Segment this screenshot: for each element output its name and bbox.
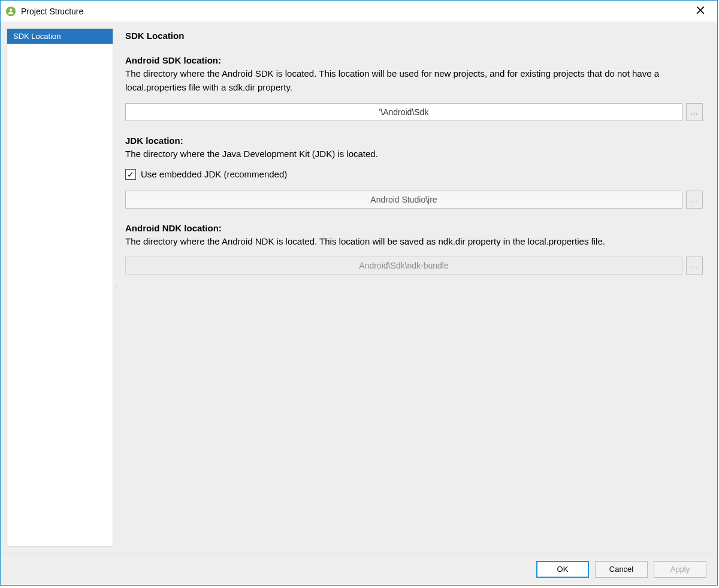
titlebar: Project Structure bbox=[1, 1, 717, 22]
ndk-browse-button[interactable]: ... bbox=[686, 257, 703, 275]
ndk-location-input[interactable] bbox=[125, 257, 682, 275]
ok-button-label: OK bbox=[557, 565, 569, 574]
sdk-location-header: Android SDK location: bbox=[125, 55, 703, 65]
cancel-button[interactable]: Cancel bbox=[595, 561, 648, 578]
jdk-browse-button[interactable]: ... bbox=[686, 191, 703, 209]
sidebar: SDK Location bbox=[7, 28, 113, 547]
ndk-location-header: Android NDK location: bbox=[125, 223, 703, 233]
ok-button[interactable]: OK bbox=[536, 561, 589, 578]
use-embedded-jdk-checkbox[interactable]: ✓ bbox=[125, 169, 136, 180]
svg-point-1 bbox=[10, 8, 13, 11]
jdk-location-input[interactable] bbox=[125, 191, 682, 209]
sdk-location-input[interactable] bbox=[125, 103, 682, 121]
ellipsis-icon: ... bbox=[690, 195, 698, 204]
window-title: Project Structure bbox=[21, 7, 688, 16]
close-button[interactable] bbox=[688, 5, 712, 17]
apply-button: Apply bbox=[654, 561, 706, 578]
svg-point-0 bbox=[6, 7, 16, 16]
android-studio-icon bbox=[5, 6, 16, 17]
main-panel: SDK Location Android SDK location: The d… bbox=[119, 22, 717, 553]
ellipsis-icon: ... bbox=[690, 261, 698, 270]
sdk-browse-button[interactable]: ... bbox=[686, 103, 703, 121]
check-icon: ✓ bbox=[127, 170, 134, 179]
use-embedded-jdk-label: Use embedded JDK (recommended) bbox=[141, 169, 287, 179]
dialog-body: SDK Location ⋮ SDK Location Android SDK … bbox=[1, 22, 717, 553]
page-title: SDK Location bbox=[125, 31, 703, 41]
project-structure-window: Project Structure SDK Location ⋮ SDK Loc… bbox=[0, 0, 718, 586]
ndk-location-desc: The directory where the Android NDK is l… bbox=[125, 234, 703, 248]
sidebar-item-sdk-location[interactable]: SDK Location bbox=[7, 29, 113, 44]
splitter-handle[interactable]: ⋮ bbox=[113, 22, 119, 553]
jdk-location-desc: The directory where the Java Development… bbox=[125, 147, 703, 161]
sidebar-item-label: SDK Location bbox=[13, 32, 61, 41]
ellipsis-icon: ... bbox=[690, 108, 698, 116]
jdk-location-header: JDK location: bbox=[125, 135, 703, 146]
apply-button-label: Apply bbox=[670, 565, 690, 574]
dialog-footer: OK Cancel Apply bbox=[1, 553, 717, 585]
sdk-location-desc: The directory where the Android SDK is l… bbox=[125, 67, 703, 95]
cancel-button-label: Cancel bbox=[609, 565, 633, 574]
